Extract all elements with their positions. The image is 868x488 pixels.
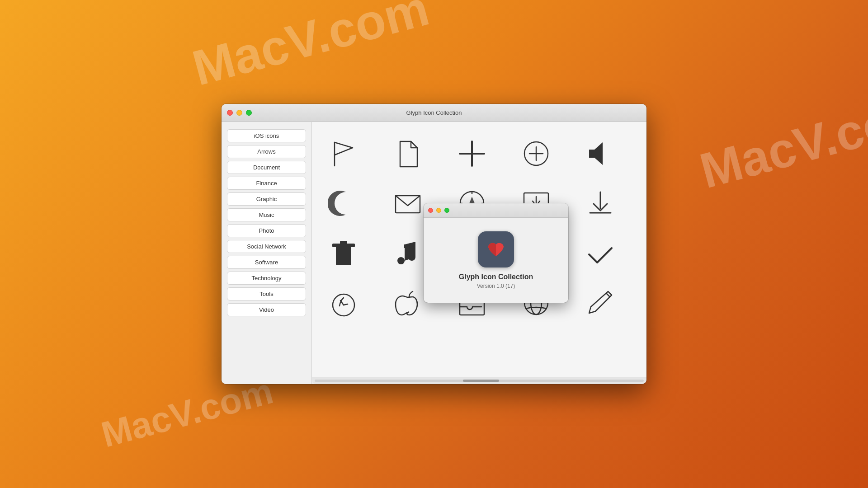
- sidebar-item-software[interactable]: Software: [227, 256, 306, 269]
- svg-line-34: [606, 293, 610, 297]
- watermark-top: MacV.com: [187, 0, 435, 97]
- maximize-button[interactable]: [246, 110, 252, 116]
- icon-flag[interactable]: [321, 131, 366, 176]
- sidebar-item-graphic[interactable]: Graphic: [227, 192, 306, 206]
- icon-moon[interactable]: [321, 181, 366, 226]
- about-app-name: Glyph Icon Collection: [459, 273, 533, 281]
- minimize-button[interactable]: [236, 110, 242, 116]
- sidebar-item-arrows[interactable]: Arrows: [227, 145, 306, 158]
- icon-document[interactable]: [385, 131, 430, 176]
- window-title: Glyph Icon Collection: [406, 109, 462, 116]
- svg-rect-18: [336, 246, 351, 265]
- about-titlebar: [424, 203, 568, 218]
- svg-rect-20: [340, 241, 347, 244]
- icon-trash[interactable]: [321, 230, 366, 276]
- main-window: Glyph Icon Collection iOS icons Arrows D…: [222, 104, 646, 384]
- scrollbar-thumb[interactable]: [463, 380, 499, 382]
- about-version: Version 1.0 (17): [477, 283, 515, 289]
- sidebar-item-video[interactable]: Video: [227, 303, 306, 316]
- about-dialog-overlay: Glyph Icon Collection Version 1.0 (17): [424, 203, 568, 303]
- watermark-right: MacV.co: [694, 93, 868, 200]
- sidebar: iOS icons Arrows Document Finance Graphi…: [222, 122, 312, 384]
- about-maximize-button[interactable]: [444, 208, 449, 213]
- about-content: Glyph Icon Collection Version 1.0 (17): [424, 218, 568, 303]
- about-minimize-button[interactable]: [436, 208, 441, 213]
- traffic-lights: [227, 110, 252, 116]
- about-dialog: Glyph Icon Collection Version 1.0 (17): [424, 203, 568, 303]
- sidebar-item-ios-icons[interactable]: iOS icons: [227, 129, 306, 142]
- icon-download[interactable]: [578, 181, 623, 226]
- sidebar-item-technology[interactable]: Technology: [227, 272, 306, 285]
- sidebar-item-finance[interactable]: Finance: [227, 177, 306, 190]
- close-button[interactable]: [227, 110, 233, 116]
- icon-pencil[interactable]: [578, 280, 623, 325]
- icon-checkmark[interactable]: [578, 230, 623, 276]
- about-close-button[interactable]: [428, 208, 433, 213]
- icon-circle-plus[interactable]: [514, 131, 559, 176]
- titlebar: Glyph Icon Collection: [222, 104, 646, 122]
- scrollbar-track[interactable]: [315, 380, 644, 382]
- sidebar-item-tools[interactable]: Tools: [227, 287, 306, 300]
- svg-rect-21: [404, 244, 415, 248]
- svg-line-27: [344, 304, 348, 305]
- about-app-icon: [478, 231, 514, 267]
- sidebar-item-document[interactable]: Document: [227, 161, 306, 174]
- icon-clock[interactable]: [321, 280, 366, 325]
- icon-plus[interactable]: [449, 131, 495, 176]
- horizontal-scrollbar[interactable]: [312, 377, 646, 384]
- main-area: Glyph Icon Collection Version 1.0 (17): [312, 122, 646, 384]
- icon-speaker[interactable]: [578, 131, 623, 176]
- window-body: iOS icons Arrows Document Finance Graphi…: [222, 122, 646, 384]
- sidebar-item-photo[interactable]: Photo: [227, 224, 306, 237]
- sidebar-item-music[interactable]: Music: [227, 208, 306, 221]
- sidebar-item-social-network[interactable]: Social Network: [227, 240, 306, 253]
